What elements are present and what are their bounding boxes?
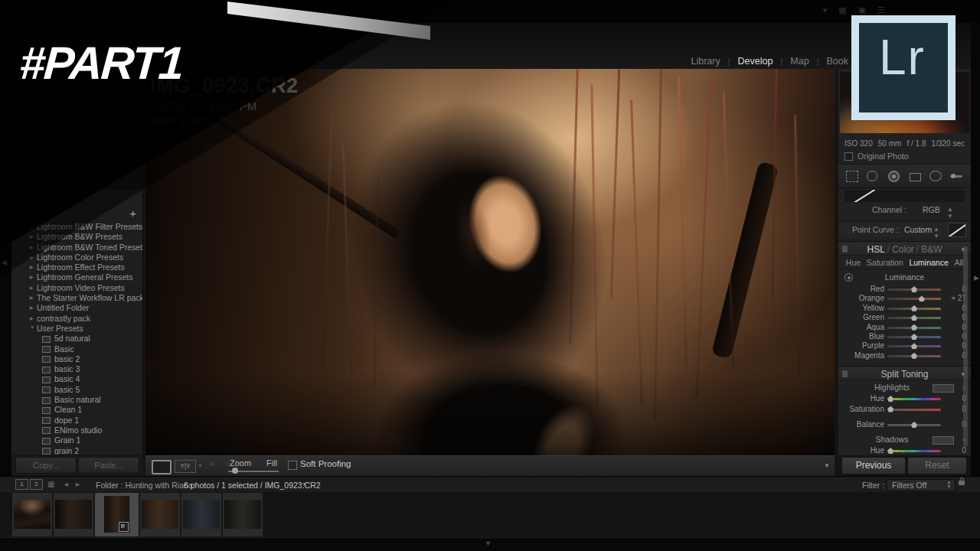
slider-track[interactable]: [887, 345, 941, 347]
hsl-mode-bw[interactable]: B&W: [921, 244, 942, 255]
window-controls[interactable]: ▾ ▦ ▣ ☰: [823, 5, 890, 15]
channel-select-arrows[interactable]: ▲▼: [947, 206, 953, 220]
slider-track[interactable]: [887, 327, 941, 329]
preset-folder-row-user-presets[interactable]: ▼User Presets: [11, 324, 142, 334]
point-curve-select[interactable]: Custom: [904, 225, 932, 234]
slider-thumb[interactable]: [911, 422, 917, 428]
hsl-tab-hue[interactable]: Hue: [846, 258, 861, 267]
user-preset-row[interactable]: grain 2: [11, 446, 142, 455]
slider-track[interactable]: [887, 398, 941, 400]
split-toning-header[interactable]: Split Toning ▼: [838, 366, 971, 380]
hide-filmstrip-caret[interactable]: ▼: [485, 540, 492, 547]
add-preset-button[interactable]: +: [129, 207, 136, 220]
user-preset-row[interactable]: Basic: [11, 344, 142, 354]
filmstrip-thumbnail[interactable]: [54, 493, 95, 536]
filmstrip-thumbnail-selected[interactable]: [95, 493, 140, 536]
nav-item-develop[interactable]: Develop: [738, 56, 773, 67]
slider-thumb[interactable]: [911, 324, 917, 331]
point-curve-select-arrows[interactable]: ▲▼: [933, 226, 939, 240]
filmstrip-source-label[interactable]: Folder : Hunting with Riana: [96, 481, 193, 490]
slider-thumb[interactable]: [887, 406, 893, 412]
adjustment-brush-tool-icon[interactable]: [950, 171, 963, 182]
user-preset-row[interactable]: 5d natural: [11, 334, 142, 344]
filter-dropdown[interactable]: Filters Off ▲▼: [887, 479, 956, 491]
radial-filter-tool-icon[interactable]: [929, 171, 942, 181]
previous-photo-arrow[interactable]: ◄: [63, 481, 70, 488]
slider-thumb[interactable]: [887, 396, 893, 402]
graduated-filter-tool-icon[interactable]: [910, 173, 921, 181]
slider-thumb[interactable]: [911, 334, 917, 340]
user-preset-row[interactable]: Basic natural: [11, 395, 142, 405]
monitor-2-button[interactable]: 2: [30, 479, 43, 490]
nav-item-library[interactable]: Library: [691, 56, 720, 67]
loupe-view-icon[interactable]: [152, 460, 172, 474]
hsl-mode-color[interactable]: Color: [892, 244, 914, 255]
slider-value[interactable]: 0: [943, 446, 966, 455]
user-preset-row[interactable]: basic 3: [11, 364, 142, 374]
toolbar-options-dropdown-icon[interactable]: ▼: [824, 462, 830, 469]
hsl-panel-header[interactable]: HSL/Color/B&W ▼: [838, 241, 971, 256]
slider-track[interactable]: [887, 317, 941, 319]
red-eye-tool-icon[interactable]: [888, 171, 901, 182]
filmstrip-thumbnail[interactable]: [140, 493, 181, 536]
user-preset-row[interactable]: Grain 1: [11, 435, 142, 445]
slider-thumb[interactable]: [887, 448, 893, 454]
shadows-color-swatch[interactable]: [933, 436, 954, 445]
filmstrip-status[interactable]: 6 photos / 1 selected / IMG_0923.CR2: [184, 481, 321, 490]
crop-tool-icon[interactable]: [846, 171, 858, 182]
preset-folder-row[interactable]: ▶Lightroom Video Presets: [11, 283, 142, 293]
slider-thumb[interactable]: [911, 353, 917, 359]
slider-track[interactable]: [887, 289, 941, 291]
user-preset-row[interactable]: Clean 1: [11, 405, 142, 415]
filmstrip-thumbnail[interactable]: [12, 493, 54, 536]
preset-folder-row[interactable]: ▶Lightroom Effect Presets: [11, 262, 142, 272]
filmstrip-thumbnail[interactable]: [223, 493, 264, 536]
before-after-view-icon[interactable]: Y|Y: [175, 460, 196, 473]
zoom-slider-thumb[interactable]: [232, 468, 238, 474]
user-preset-row[interactable]: basic 5: [11, 385, 142, 395]
hsl-mode-hsl[interactable]: HSL: [867, 244, 884, 255]
user-preset-row[interactable]: dope 1: [11, 416, 142, 425]
filter-lock-icon[interactable]: [959, 481, 965, 485]
slider-thumb[interactable]: [919, 295, 925, 302]
nav-item-map[interactable]: Map: [790, 56, 808, 67]
channel-select[interactable]: RGB: [923, 205, 940, 214]
original-photo-checkbox[interactable]: [844, 152, 853, 161]
slider-thumb[interactable]: [911, 305, 917, 311]
previous-button[interactable]: Previous: [841, 457, 906, 474]
slider-thumb[interactable]: [911, 343, 917, 349]
user-preset-row[interactable]: ENimo studio: [11, 425, 142, 435]
hsl-tab-luminance[interactable]: Luminance: [909, 258, 948, 267]
before-after-dropdown-icon[interactable]: ▼: [198, 463, 203, 468]
tone-curve-graph[interactable]: [844, 190, 965, 202]
highlights-color-swatch[interactable]: [933, 384, 954, 393]
slider-track[interactable]: [887, 355, 941, 357]
expand-right-panel-arrow[interactable]: ▶: [974, 274, 979, 282]
preset-folder-row[interactable]: ▶Lightroom General Presets: [11, 272, 142, 282]
hsl-tab-saturation[interactable]: Saturation: [867, 258, 903, 267]
paste-button[interactable]: Paste...: [78, 457, 139, 474]
panel-scrollbar[interactable]: [963, 246, 968, 447]
soft-proofing-checkbox[interactable]: [288, 461, 297, 470]
slider-track[interactable]: [887, 450, 941, 452]
preset-folder-row[interactable]: ▶contrastly pack: [11, 314, 142, 324]
point-curve-edit-button[interactable]: [948, 223, 966, 237]
hsl-tab-all[interactable]: All: [954, 258, 963, 267]
user-preset-row[interactable]: basic 2: [11, 354, 142, 364]
slider-track[interactable]: [887, 308, 941, 310]
filmstrip-thumbnail[interactable]: [181, 493, 223, 536]
next-photo-arrow[interactable]: ►: [74, 481, 81, 488]
preset-folder-row[interactable]: ▶The Starter Workflow LR pack: [11, 293, 142, 303]
reset-button[interactable]: Reset: [907, 457, 967, 474]
monitor-1-button[interactable]: 1: [15, 479, 28, 490]
grid-view-icon[interactable]: ▦: [47, 480, 54, 488]
slider-track[interactable]: [887, 298, 941, 300]
preset-folder-row[interactable]: ▶Untitled Folder: [11, 303, 142, 313]
slider-track[interactable]: [887, 336, 941, 338]
slider-thumb[interactable]: [911, 286, 917, 292]
slider-thumb[interactable]: [911, 315, 917, 321]
slider-track[interactable]: [887, 424, 941, 426]
nav-item-book[interactable]: Book: [827, 56, 849, 67]
user-preset-row[interactable]: basic 4: [11, 374, 142, 384]
spot-removal-tool-icon[interactable]: [867, 171, 880, 182]
